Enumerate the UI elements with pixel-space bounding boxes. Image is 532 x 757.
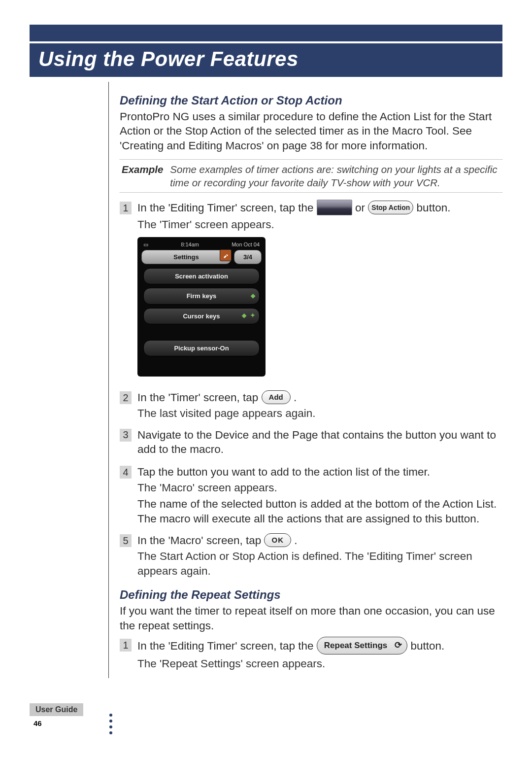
step-result: The 'Macro' screen appears. (137, 481, 502, 495)
step-text: button. (417, 202, 451, 214)
refresh-icon: ⟳ (395, 640, 402, 652)
step-text: . (294, 391, 297, 404)
device-screenshot: ▭ 8:14am Mon Oct 04 Settings (137, 237, 266, 377)
indicator-icon: ◆ (251, 292, 255, 300)
menu-row: Firm keys ◆ (143, 288, 260, 304)
step-item: 1 In the 'Editing Timer' screen, tap the… (120, 638, 502, 671)
section-intro: ProntoPro NG uses a similar procedure to… (120, 109, 502, 153)
menu-row-label: Cursor keys (183, 312, 220, 320)
battery-icon: ▭ (143, 241, 148, 248)
step-text: . (294, 534, 297, 547)
step-number: 4 (120, 466, 132, 479)
steps-list-a: 1 In the 'Editing Timer' screen, tap the… (120, 201, 502, 578)
step-item: 5 In the 'Macro' screen, tap OK . The St… (120, 533, 502, 578)
status-date: Mon Oct 04 (232, 241, 260, 248)
menu-row: Cursor keys ◆ ✦ (143, 308, 260, 324)
section-heading: Defining the Start Action or Stop Action (120, 93, 502, 108)
step-result: The Start Action or Stop Action is defin… (137, 549, 502, 578)
decorative-dots (109, 714, 112, 734)
step-text: button. (411, 640, 445, 652)
step-item: 3 Navigate to the Device and the Page th… (120, 428, 502, 458)
step-text: In the 'Editing Timer' screen, tap the (137, 640, 317, 652)
settings-tab-label: Settings (173, 253, 199, 261)
example-label: Example (122, 163, 163, 189)
stop-action-button: Stop Action (368, 201, 413, 214)
indicator-icon: ◆ (242, 312, 246, 320)
menu-row: Screen activation (143, 268, 260, 284)
example-note: Example Some examples of timer actions a… (120, 159, 502, 193)
step-text: or (355, 202, 368, 214)
example-text: Some examples of timer actions are: swit… (170, 163, 500, 189)
tools-icon (220, 249, 232, 261)
chapter-title-bar: Using the Power Features (30, 43, 502, 77)
header-stripe (30, 25, 502, 41)
section-intro: If you want the timer to repeat itself o… (120, 604, 502, 633)
step-number: 2 (120, 391, 132, 404)
image-button-placeholder (317, 200, 352, 215)
step-text: Tap the button you want to add to the ac… (137, 465, 502, 480)
step-number: 1 (120, 202, 132, 214)
left-margin-rule (30, 82, 109, 678)
step-text: In the 'Timer' screen, tap (137, 391, 262, 404)
page-number: 46 (33, 719, 83, 727)
steps-list-b: 1 In the 'Editing Timer' screen, tap the… (120, 638, 502, 671)
step-item: 1 In the 'Editing Timer' screen, tap the… (120, 201, 502, 383)
chapter-title: Using the Power Features (38, 47, 494, 71)
status-time: 8:14am (181, 241, 199, 248)
step-text: Navigate to the Device and the Page that… (137, 428, 502, 457)
step-text: In the 'Editing Timer' screen, tap the (137, 202, 317, 214)
step-text: In the 'Macro' screen, tap (137, 534, 264, 547)
menu-row: Pickup sensor-On (143, 340, 260, 356)
repeat-settings-button: Repeat Settings ⟳ (317, 637, 407, 654)
step-number: 5 (120, 534, 132, 547)
page-indicator-tab: 3/4 (234, 250, 262, 264)
main-content: Defining the Start Action or Stop Action… (109, 82, 502, 678)
add-button: Add (262, 390, 291, 404)
menu-row-label: Firm keys (187, 292, 217, 300)
step-item: 4 Tap the button you want to add to the … (120, 465, 502, 526)
step-number: 3 (120, 429, 132, 442)
indicator-icon: ✦ (250, 312, 255, 320)
ok-button: OK (264, 533, 291, 547)
repeat-settings-label: Repeat Settings (324, 640, 387, 651)
user-guide-badge: User Guide (30, 703, 83, 716)
step-followup: The name of the selected button is added… (137, 497, 502, 526)
step-result: The 'Timer' screen appears. (137, 217, 502, 232)
step-result: The last visited page appears again. (137, 406, 502, 421)
step-number: 1 (120, 639, 132, 652)
step-item: 2 In the 'Timer' screen, tap Add . The l… (120, 390, 502, 421)
step-result: The 'Repeat Settings' screen appears. (137, 656, 502, 671)
section-heading: Defining the Repeat Settings (120, 587, 502, 603)
settings-tab: Settings (141, 250, 231, 264)
footer: User Guide 46 (30, 703, 83, 727)
